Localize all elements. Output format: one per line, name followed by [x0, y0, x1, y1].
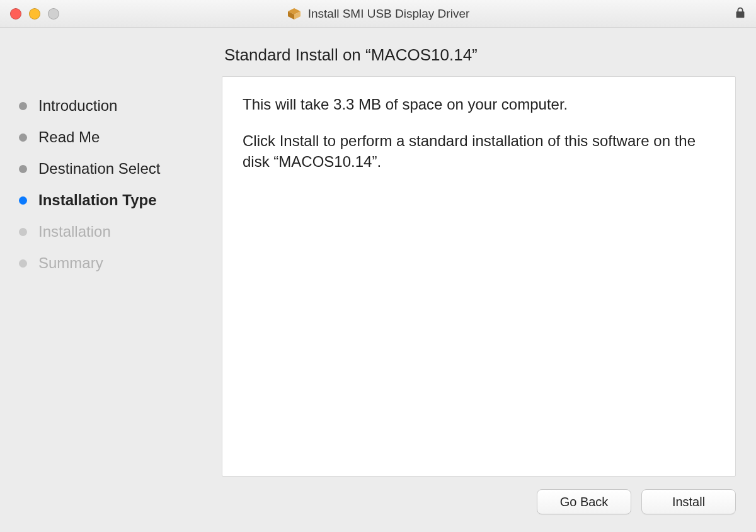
step-bullet — [19, 228, 27, 236]
package-icon — [287, 6, 302, 21]
step-installation: Installation — [19, 223, 209, 241]
go-back-button[interactable]: Go Back — [537, 489, 631, 514]
minimize-window-button[interactable] — [29, 8, 40, 20]
step-bullet — [19, 259, 27, 268]
step-label: Read Me — [38, 128, 100, 146]
step-bullet — [19, 196, 27, 205]
step-bullet — [19, 133, 27, 142]
step-label: Destination Select — [38, 160, 160, 178]
installer-steps-sidebar: Introduction Read Me Destination Select … — [0, 28, 222, 532]
titlebar: Install SMI USB Display Driver — [0, 0, 756, 28]
step-summary: Summary — [19, 254, 209, 272]
zoom-window-button[interactable] — [48, 8, 59, 20]
install-size-text: This will take 3.3 MB of space on your c… — [243, 94, 715, 115]
step-label: Installation — [38, 223, 111, 241]
install-button[interactable]: Install — [641, 489, 736, 514]
step-label: Introduction — [38, 97, 117, 115]
window-title: Install SMI USB Display Driver — [308, 7, 470, 21]
traffic-lights — [10, 8, 59, 20]
install-instruction-text: Click Install to perform a standard inst… — [243, 131, 715, 172]
install-description-panel: This will take 3.3 MB of space on your c… — [222, 76, 736, 477]
step-installation-type: Installation Type — [19, 191, 209, 209]
step-bullet — [19, 165, 27, 173]
button-row: Go Back Install — [222, 477, 736, 514]
step-destination-select: Destination Select — [19, 160, 209, 178]
lock-icon[interactable] — [733, 6, 747, 22]
step-label: Summary — [38, 254, 103, 272]
step-bullet — [19, 102, 27, 110]
step-read-me: Read Me — [19, 128, 209, 146]
main-content: Standard Install on “MACOS10.14” This wi… — [222, 28, 756, 532]
step-label: Installation Type — [38, 191, 157, 209]
page-heading: Standard Install on “MACOS10.14” — [224, 45, 736, 65]
close-window-button[interactable] — [10, 8, 21, 20]
step-introduction: Introduction — [19, 97, 209, 115]
